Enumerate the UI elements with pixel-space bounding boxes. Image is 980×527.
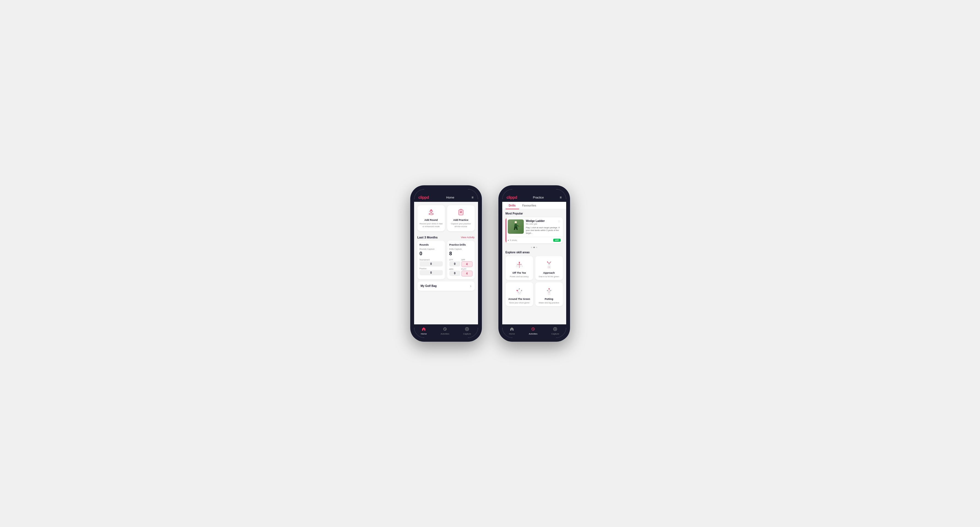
drill-title: Wedge Ladder [526, 219, 561, 222]
svg-point-18 [550, 262, 551, 262]
drill-info: Wedge Ladder 50–100 yds Play 1 shot at e… [526, 219, 561, 235]
tab-favourites[interactable]: Favourites [519, 202, 540, 209]
svg-line-11 [520, 264, 521, 267]
app-cell: APP 4 [461, 259, 473, 267]
skill-putting[interactable]: Putting Make and lag practice [535, 282, 563, 306]
dot-1 [531, 247, 532, 248]
activities-nav-icon [443, 327, 447, 332]
around-the-green-icon [514, 286, 525, 297]
off-the-tee-desc: Power and accuracy [510, 275, 529, 278]
drill-subtitle: 50–100 yds [526, 223, 561, 225]
tournament-label: Tournament [420, 259, 443, 261]
app-logo: clippd [418, 195, 429, 200]
capture-nav-label: Capture [463, 333, 471, 335]
add-round-icon [427, 208, 435, 217]
add-round-desc: Record your shots in fast or enhanced mo… [420, 222, 443, 228]
svg-point-5 [515, 221, 517, 223]
drills-capture-label: Drills Capture [449, 248, 473, 250]
add-practice-card[interactable]: Add Practice Capture your practice off-t… [447, 205, 475, 231]
putt-label: PUTT [461, 268, 473, 270]
header-title: Home [446, 196, 454, 199]
nav-home-2[interactable]: Home [509, 327, 515, 335]
golf-bag-row[interactable]: My Golf Bag › [417, 281, 475, 291]
app-value: 4 [461, 261, 473, 267]
status-bar [414, 189, 478, 193]
menu-icon[interactable]: ≡ [471, 195, 473, 199]
activities-nav-label: Activities [441, 333, 449, 335]
practice-row: Practice 0 [420, 268, 443, 275]
app-logo-2: clippd [507, 195, 517, 200]
putting-icon [544, 286, 555, 297]
ott-label: OTT [449, 259, 460, 261]
activities-nav-label-2: Activities [529, 333, 538, 335]
skill-off-the-tee[interactable]: Off The Tee Power and accuracy [506, 256, 533, 280]
practice-label: Practice [420, 268, 443, 270]
wedge-ladder-card[interactable]: Wedge Ladder 50–100 yds Play 1 shot at e… [506, 217, 563, 243]
skill-around-the-green[interactable]: Around The Green Hone your short game [506, 282, 533, 306]
nav-capture-2[interactable]: Capture [551, 327, 559, 335]
putt-value: 4 [461, 271, 473, 276]
nav-capture[interactable]: Capture [463, 327, 471, 335]
svg-point-13 [519, 262, 520, 263]
action-cards-container: Add Round Record your shots in fast or e… [414, 202, 478, 233]
rounds-capture-value: 0 [420, 251, 443, 257]
drill-shots: ● 9 shots [508, 239, 517, 241]
putting-desc: Make and lag practice [539, 302, 559, 304]
shots-label: 9 shots [510, 239, 517, 241]
capture-nav-icon [465, 327, 469, 332]
ott-value: 0 [449, 261, 460, 267]
around-the-green-name: Around The Green [508, 298, 530, 300]
explore-section: Explore skill areas [502, 249, 566, 309]
rounds-capture-label: Rounds Capture [420, 248, 443, 250]
approach-name: Approach [543, 271, 555, 274]
svg-point-20 [519, 293, 520, 294]
svg-point-25 [549, 294, 549, 294]
view-activity-link[interactable]: View Activity [461, 236, 475, 239]
off-the-tee-icon [514, 259, 525, 270]
svg-line-8 [516, 264, 517, 267]
chevron-right-icon: › [470, 284, 471, 288]
tab-drills[interactable]: Drills [506, 202, 519, 209]
rounds-title: Rounds [420, 243, 443, 246]
skill-grid: Off The Tee Power and accuracy [506, 256, 563, 306]
app-header-2: clippd Practice ≡ [502, 193, 566, 202]
nav-activities-2[interactable]: Activities [529, 327, 538, 335]
stats-container: Rounds Rounds Capture 0 Tournament 0 Pra… [414, 241, 478, 281]
home-nav-icon [422, 327, 426, 332]
dot-3 [536, 247, 537, 248]
putt-cell: PUTT 4 [461, 268, 473, 276]
bottom-nav-2: Home Activities Capture [502, 324, 566, 338]
drills-row2: ARG 0 PUTT 4 [449, 268, 473, 276]
drill-desc: Play 1 shot at each target yardage. If y… [526, 226, 561, 235]
dots-indicator [502, 245, 566, 249]
golf-bag-label: My Golf Bag [421, 284, 437, 287]
drill-card-inner: Wedge Ladder 50–100 yds Play 1 shot at e… [506, 217, 563, 237]
drill-badge: APP [553, 239, 560, 242]
drill-favourite-star[interactable]: ☆ [558, 219, 561, 223]
explore-label: Explore skill areas [506, 251, 563, 254]
most-popular-label: Most Popular [506, 212, 563, 215]
home-nav-icon-2 [510, 327, 514, 332]
skill-approach[interactable]: Approach Dial-in to hit the green [535, 256, 563, 280]
capture-nav-icon-2 [553, 327, 557, 332]
approach-desc: Dial-in to hit the green [539, 275, 559, 278]
arg-label: ARG [449, 268, 460, 270]
practice-drills-card: Practice Drills Drills Capture 8 OTT 0 A… [447, 241, 475, 279]
home-nav-label: Home [421, 333, 427, 335]
rounds-card: Rounds Rounds Capture 0 Tournament 0 Pra… [417, 241, 445, 279]
tournament-value: 0 [420, 261, 443, 267]
most-popular-section: Most Popular [502, 209, 566, 245]
header-title-2: Practice [533, 196, 544, 199]
menu-icon-2[interactable]: ≡ [560, 195, 562, 199]
approach-icon [544, 259, 555, 270]
phone-practice: clippd Practice ≡ Drills Favourites Most… [498, 185, 570, 342]
svg-point-16 [549, 267, 549, 267]
add-round-card[interactable]: Add Round Record your shots in fast or e… [417, 205, 445, 231]
home-nav-label-2: Home [509, 333, 515, 335]
nav-home[interactable]: Home [421, 327, 427, 335]
practice-cell: Practice 0 [420, 268, 443, 275]
practice-value: 0 [420, 270, 443, 275]
svg-point-26 [549, 288, 550, 289]
nav-activities[interactable]: Activities [441, 327, 449, 335]
arg-value: 0 [449, 271, 460, 276]
